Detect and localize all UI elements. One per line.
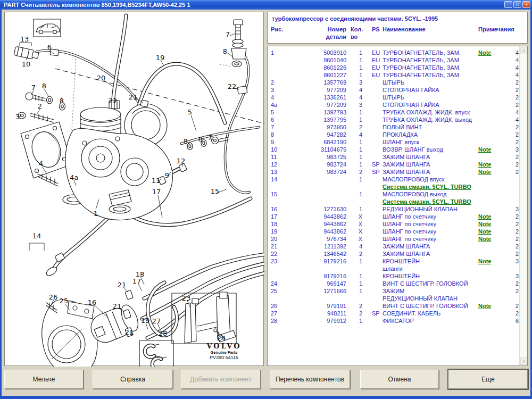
- part-row[interactable]: 86012261EUТУРБОНАГНЕТАТЕЛЬ, ЗАМ.4: [271, 64, 519, 71]
- note-link[interactable]: Note: [478, 236, 491, 242]
- cell-note: [478, 131, 506, 138]
- volvo-part-code: PV390 54115: [197, 355, 251, 360]
- more-button[interactable]: Еще: [448, 370, 528, 389]
- note-link[interactable]: Note: [478, 169, 491, 175]
- part-subrow: РЕДУКЦИОННЫЙ КЛАПАН: [271, 295, 519, 302]
- cell-fig: [271, 272, 313, 280]
- cell-qty: 2: [346, 250, 365, 257]
- scroll-up-icon[interactable]: ∧: [520, 47, 527, 54]
- part-row[interactable]: 1612716301РЕДУКЦИОННЫЙ КЛАПАН3: [271, 205, 519, 213]
- part-row[interactable]: 279482112SPСОЕДИНИТ. КАБЕЛЬ2: [271, 310, 519, 317]
- part-row[interactable]: 150039101EUТУРБОНАГНЕТАТЕЛЬ, ЗАМ.Note4: [271, 49, 519, 56]
- cell-qty: 1: [346, 176, 365, 183]
- cell-qty-right: 4: [506, 49, 519, 56]
- part-row[interactable]: 213577693ШТЫРЬ2: [271, 79, 519, 86]
- part-row[interactable]: 199443862XШЛАНГ по счетчикуNote2: [271, 228, 519, 235]
- part-row[interactable]: 91792161КРОНШТЕЙН3: [271, 272, 519, 280]
- system-link[interactable]: Система смазки. 5CYL. TURBO: [383, 183, 478, 190]
- cell-part: 1346542: [313, 250, 346, 257]
- cell-note: Note: [478, 146, 506, 153]
- cell-qty: 1: [346, 116, 365, 123]
- part-row[interactable]: 2391792161КРОНШТЕЙНNote3: [271, 257, 519, 265]
- callout-label-24: 24: [217, 334, 226, 342]
- part-row[interactable]: 179443862XШЛАНГ по счетчикуNote2: [271, 213, 519, 220]
- cell-qty: X: [346, 213, 365, 220]
- system-link[interactable]: Система смазки. 5CYL. TURBO: [383, 198, 478, 205]
- part-row[interactable]: 2512716661ЗАЖИМ2: [271, 287, 519, 295]
- note-link[interactable]: Note: [478, 213, 491, 220]
- part-row[interactable]: 39772094СТОПОРНАЯ ГАЙКА2: [271, 86, 519, 94]
- part-row[interactable]: 89472824ПРОКЛАДКА2: [271, 131, 519, 138]
- part-subrow: шланги: [271, 265, 519, 272]
- smaller-button[interactable]: Мельче: [4, 370, 84, 389]
- cell-note: Note: [478, 257, 506, 265]
- close-icon[interactable]: ×: [522, 1, 530, 8]
- cell-part: 1397795: [313, 116, 346, 123]
- part-row[interactable]: 289799121ФИКСАТОР6: [271, 317, 519, 325]
- part-row[interactable]: 2112113924ЗАЖИМ ШЛАНГА2: [271, 243, 519, 250]
- note-link[interactable]: Note: [478, 49, 491, 56]
- part-row[interactable]: 79739502ПОЛЫЙ ВИНТ2: [271, 123, 519, 131]
- part-row[interactable]: 249691471ВИНТ С ШЕСТИГР. ГОЛОВКОЙ2: [271, 280, 519, 287]
- callout-label-3: 3: [15, 113, 20, 121]
- part-row[interactable]: 20976734XШЛАНГ по счетчикуNote2: [271, 235, 519, 243]
- callout-label-13: 13: [20, 35, 29, 43]
- cell-part: 9443862: [313, 228, 346, 235]
- minimize-icon[interactable]: _: [504, 1, 512, 8]
- note-link[interactable]: Note: [478, 228, 491, 235]
- cell-name: ЗАЖИМ: [383, 287, 478, 295]
- part-row[interactable]: 2213465422ЗАЖИМ ШЛАНГА2: [271, 250, 519, 257]
- cell-qty: 1: [346, 287, 365, 295]
- callout-label-23: 23: [182, 294, 191, 302]
- cell-qty-right: 4: [506, 71, 519, 79]
- note-link[interactable]: Note: [478, 161, 491, 168]
- cell-name: ТРУБКА ОХЛАЖД. ЖИДК. выход: [383, 116, 478, 123]
- cell-empty: [271, 265, 313, 272]
- part-row[interactable]: 151МАСЛОПРОВОД выход: [271, 190, 519, 198]
- cell-qty-right: 2: [506, 168, 519, 176]
- cell-name: ПОЛЫЙ ВИНТ: [383, 123, 478, 131]
- cell-qty: 4: [346, 86, 365, 94]
- cell-part: 8601226: [313, 64, 346, 71]
- cell-ps: [365, 205, 383, 213]
- cell-name: КРОНШТЕЙН: [383, 257, 478, 265]
- note-link[interactable]: Note: [478, 146, 491, 153]
- cell-part: [313, 176, 346, 183]
- list-scrollbar[interactable]: ∧ ∨: [519, 46, 527, 365]
- part-row[interactable]: 86010401EUТУРБОНАГНЕТАТЕЛЬ, ЗАМ.4: [271, 56, 519, 64]
- part-row[interactable]: 10311046751ВОЗВР. ШЛАНГ выходNote3: [271, 146, 519, 153]
- part-row[interactable]: 86012271EUТУРБОНАГНЕТАТЕЛЬ, ЗАМ.4: [271, 71, 519, 79]
- component-list-button[interactable]: Перечень компонентов: [270, 370, 350, 389]
- cell-name: ВОЗВР. ШЛАНГ выход: [383, 146, 478, 153]
- cell-ps: EU: [365, 56, 383, 64]
- part-row[interactable]: 189443862XШЛАНГ по счетчикуNote2: [271, 220, 519, 228]
- part-row[interactable]: 119837251ЗАЖИМ ШЛАНГА2: [271, 153, 519, 161]
- cell-name: ШЛАНГ по счетчику: [383, 228, 478, 235]
- help-button[interactable]: Справка: [93, 370, 173, 389]
- part-row[interactable]: 139837242SPЗАЖИМ ШЛАНГАNote2: [271, 168, 519, 176]
- cell-qty: 1: [346, 146, 365, 153]
- cell-ps: [365, 94, 383, 101]
- cancel-button[interactable]: Отмена: [360, 370, 439, 389]
- part-row[interactable]: 129837241SPЗАЖИМ ШЛАНГАNote2: [271, 161, 519, 168]
- part-row[interactable]: 269791912ВИНТ С ШЕСТИГР. ГОЛОВКОЙNote2: [271, 302, 519, 310]
- part-row[interactable]: 413362614ШТЫРЬ2: [271, 94, 519, 101]
- cell-ps: [365, 79, 383, 86]
- part-row[interactable]: 513977931ТРУБКА ОХЛАЖД. ЖИДК. впуск4: [271, 109, 519, 116]
- cell-fig: 28: [271, 317, 313, 325]
- cell-fig: 19: [271, 228, 313, 235]
- part-row[interactable]: 4a9772093СТОПОРНАЯ ГАЙКА2: [271, 101, 519, 109]
- cell-qty-right: 4: [506, 64, 519, 71]
- note-link[interactable]: Note: [478, 303, 491, 309]
- note-link[interactable]: Note: [478, 258, 491, 264]
- part-row[interactable]: 613977951ТРУБКА ОХЛАЖД. ЖИДК. выход4: [271, 116, 519, 123]
- cell-note: Note: [478, 235, 506, 243]
- part-row[interactable]: 968421901ШЛАНГ впуск2: [271, 138, 519, 146]
- part-row[interactable]: 141МАСЛОПРОВОД впуск: [271, 176, 519, 183]
- scroll-down-icon[interactable]: ∨: [520, 358, 527, 365]
- cell-empty: [313, 198, 346, 205]
- maximize-icon[interactable]: □: [513, 1, 521, 8]
- cell-empty: [271, 183, 313, 190]
- note-link[interactable]: Note: [478, 221, 491, 227]
- cell-ps: [365, 317, 383, 325]
